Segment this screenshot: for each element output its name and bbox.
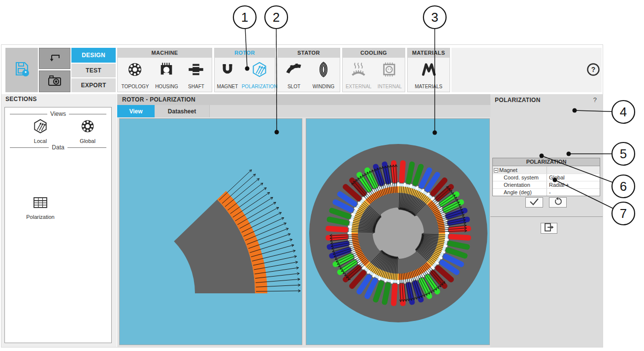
- ribbon-item-label: SLOT: [288, 84, 300, 89]
- ribbon-item-housing[interactable]: HOUSING: [154, 60, 179, 92]
- nav-design-button[interactable]: DESIGN: [71, 48, 116, 63]
- ribbon-group-machine: MACHINE TOPOLOGY: [117, 48, 212, 92]
- property-value[interactable]: Radial +: [547, 181, 600, 188]
- ribbon-item-magnet[interactable]: MAGNET: [215, 60, 240, 92]
- property-value[interactable]: Global: [547, 174, 600, 181]
- ribbon-item-label: MATERIALS: [415, 84, 443, 89]
- property-label: Angle (deg): [504, 189, 532, 196]
- reset-button[interactable]: [549, 197, 567, 208]
- views-group-label: Views: [10, 110, 106, 117]
- tree-collapse-icon[interactable]: [494, 168, 498, 173]
- property-row-magnet: Magnet: [493, 166, 600, 174]
- slot-icon: [286, 61, 302, 78]
- ribbon-item-winding[interactable]: WINDING: [311, 60, 336, 92]
- sections-panel: SECTIONS Views: [1, 94, 117, 347]
- ribbon-item-topology[interactable]: TOPOLOGY: [121, 60, 150, 92]
- save-button[interactable]: *: [5, 48, 38, 92]
- ribbon-item-shaft[interactable]: SHAFT: [183, 60, 209, 92]
- tab-view[interactable]: View: [117, 105, 155, 117]
- ribbon-group-cooling: COOLING EXTERNAL: [342, 48, 405, 92]
- save-icon: *: [13, 60, 31, 80]
- table-icon: [32, 195, 48, 212]
- global-view-icon: [80, 118, 96, 136]
- callout-circle: [612, 202, 635, 225]
- screenshot-root: * DESIGN T: [0, 0, 644, 351]
- ribbon-group-title: STATOR: [278, 48, 340, 58]
- callout-number: 4: [620, 105, 627, 119]
- corner-arrow-icon: [48, 51, 62, 66]
- shaft-icon: [188, 61, 204, 78]
- materials-icon: [420, 61, 437, 78]
- panel-help-button[interactable]: ?: [593, 96, 597, 104]
- ribbon-item-label: WINDING: [313, 84, 334, 89]
- panel-title: POLARIZATION: [495, 97, 541, 104]
- ribbon-item-slot[interactable]: SLOT: [281, 60, 307, 92]
- apply-button[interactable]: [525, 197, 543, 208]
- global-view-canvas[interactable]: [306, 118, 490, 345]
- ribbon-item-polarization[interactable]: POLARIZATION: [244, 60, 275, 92]
- tab-datasheet[interactable]: Datasheet: [155, 105, 210, 117]
- data-group-label: Data: [10, 144, 106, 151]
- magnet-icon: [220, 61, 235, 78]
- svg-text:?: ?: [591, 66, 596, 73]
- canvas-area: [117, 117, 490, 347]
- ribbon-group-rotor: ROTOR MAGNET: [214, 48, 275, 92]
- sidebar-item-label: Global: [80, 138, 96, 144]
- svg-text:*: *: [25, 70, 27, 76]
- local-view-canvas[interactable]: [119, 118, 302, 345]
- undo-rotate-icon: [553, 197, 562, 208]
- polarization-panel: POLARIZATION ? POLARIZATION Magnet Coord…: [490, 94, 603, 347]
- property-label: Magnet: [499, 167, 517, 174]
- export-page-icon: [544, 223, 554, 234]
- ribbon-group-title: COOLING: [343, 48, 405, 58]
- application-window: * DESIGN T: [1, 44, 603, 348]
- ribbon-item-label: HOUSING: [155, 84, 178, 89]
- sidebar-item-local[interactable]: Local: [22, 118, 59, 144]
- sidebar-item-label: Polarization: [26, 214, 54, 220]
- nav-export-button[interactable]: EXPORT: [71, 78, 116, 92]
- ribbon-item-label: TOPOLOGY: [122, 84, 149, 89]
- external-cooling-icon: [350, 61, 367, 78]
- ribbon-item-label: POLARIZATION: [242, 84, 278, 89]
- nav-test-button[interactable]: TEST: [71, 64, 116, 77]
- internal-cooling-icon: [381, 61, 398, 78]
- camera-icon: [47, 73, 62, 89]
- ribbon-filler: [451, 48, 602, 92]
- callout-circle: [612, 175, 635, 198]
- ribbon-item-label: MAGNET: [217, 84, 238, 89]
- help-button[interactable]: ?: [585, 63, 601, 78]
- property-grid-header: POLARIZATION: [493, 158, 600, 166]
- polarization-icon: [251, 61, 268, 78]
- callout-number: 6: [620, 179, 627, 194]
- topology-icon: [127, 61, 143, 78]
- sidebar-item-global[interactable]: Global: [69, 118, 106, 144]
- sidebar-item-label: Local: [34, 138, 47, 144]
- ribbon-item-materials[interactable]: MATERIALS: [414, 60, 444, 92]
- export-section-button[interactable]: [541, 223, 557, 234]
- property-row-angle: Angle (deg) -: [493, 188, 600, 196]
- property-value[interactable]: -: [547, 189, 600, 196]
- ribbon-item-label: EXTERNAL: [346, 84, 372, 89]
- callout-circle: [423, 6, 446, 29]
- callout-number: 1: [241, 10, 248, 25]
- screenshot-button[interactable]: [39, 70, 70, 92]
- callout-number: 7: [620, 206, 627, 221]
- callout-circle: [612, 101, 635, 123]
- sections-title: SECTIONS: [5, 96, 37, 103]
- property-row-orientation: Orientation Radial +: [493, 181, 600, 188]
- check-icon: [528, 198, 540, 208]
- sidebar-item-polarization-data[interactable]: Polarization: [19, 195, 62, 220]
- property-label: Orientation: [504, 181, 530, 188]
- ribbon-item-cooling-external: EXTERNAL: [345, 60, 373, 92]
- sections-card: Views Local: [4, 107, 112, 343]
- callout-circle: [233, 6, 256, 29]
- property-grid: POLARIZATION Magnet Coord. system Global: [492, 158, 600, 196]
- callout-circle: [265, 6, 288, 29]
- ribbon-item-label: SHAFT: [188, 84, 204, 89]
- property-value: [547, 167, 600, 174]
- ribbon-group-title: MATERIALS: [408, 48, 450, 58]
- ribbon-item-cooling-internal: INTERNAL: [377, 60, 403, 92]
- ribbon-group-materials: MATERIALS MATERIALS: [407, 48, 450, 92]
- winding-icon: [315, 61, 332, 78]
- revert-arrow-button[interactable]: [39, 48, 70, 69]
